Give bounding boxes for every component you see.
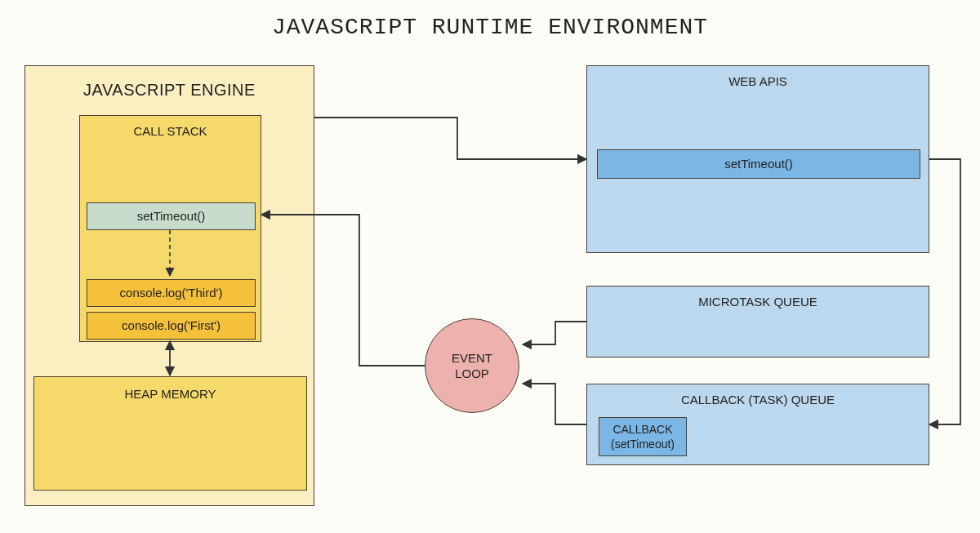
arrow-engine-to-webapis — [314, 118, 586, 159]
arrow-callbackq-to-eventloop — [523, 384, 586, 424]
diagram-title: JAVASCRIPT RUNTIME ENVIRONMENT — [0, 15, 980, 40]
arrow-microtask-to-eventloop — [523, 322, 586, 344]
js-engine-box: JAVASCRIPT ENGINE CALL STACK setTimeout(… — [24, 65, 314, 506]
web-api-item-settimeout: setTimeout() — [597, 149, 920, 179]
arrow-webapis-to-callbackq — [929, 159, 960, 424]
callback-queue-box: CALLBACK (TASK) QUEUE CALLBACK (setTimeo… — [586, 384, 929, 465]
web-apis-box: WEB APIS setTimeout() — [586, 65, 929, 253]
call-stack-item-settimeout: setTimeout() — [87, 202, 256, 230]
callback-queue-title: CALLBACK (TASK) QUEUE — [587, 393, 929, 406]
microtask-queue-title: MICROTASK QUEUE — [587, 295, 929, 309]
web-apis-title: WEB APIS — [587, 74, 929, 88]
event-loop-circle: EVENT LOOP — [425, 318, 519, 413]
call-stack-box: CALL STACK setTimeout() console.log('Thi… — [79, 115, 261, 342]
heap-memory-title: HEAP MEMORY — [34, 387, 306, 401]
call-stack-item-third: console.log('Third') — [87, 279, 256, 307]
microtask-queue-box: MICROTASK QUEUE — [586, 286, 929, 358]
call-stack-title: CALL STACK — [80, 124, 261, 138]
callback-queue-item: CALLBACK (setTimeout) — [599, 417, 687, 456]
heap-memory-box: HEAP MEMORY — [33, 376, 307, 491]
js-engine-title: JAVASCRIPT ENGINE — [25, 81, 314, 100]
call-stack-item-first: console.log('First') — [87, 312, 256, 340]
